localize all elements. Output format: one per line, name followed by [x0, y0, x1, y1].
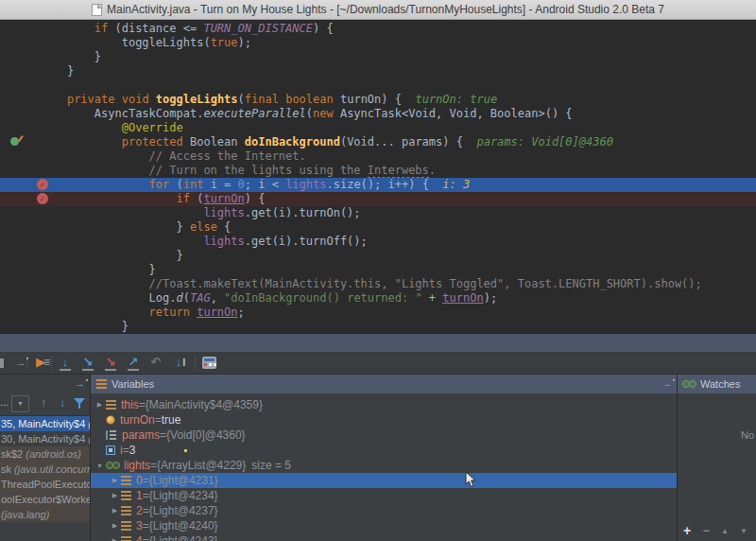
stack-frame-row[interactable]: oolExecutor$Worker [0, 492, 90, 507]
bars-icon [121, 521, 131, 531]
code-line[interactable]: } else { [0, 220, 756, 235]
variable-row[interactable]: params = {Void[0]@4360} [91, 428, 677, 443]
evaluate-expression-button[interactable] [202, 357, 216, 369]
watch-icon [106, 415, 115, 425]
code-line[interactable]: // Access the Internet. [0, 149, 756, 164]
step-over-button[interactable]: ↓ [57, 355, 74, 371]
variable-row[interactable]: ▼lights = {ArrayList@4229}size = 5 [91, 458, 677, 473]
variable-row[interactable]: ▶3 = {Light@4240} [91, 518, 677, 533]
run-to-cursor-button[interactable]: ↓ [172, 355, 189, 371]
variable-name: 2 [136, 504, 143, 517]
tree-expand-arrow-icon[interactable]: ▶ [110, 477, 120, 484]
code-line[interactable]: } [0, 263, 756, 277]
next-frame-button[interactable]: ↓ [55, 395, 70, 410]
overriding-method-icon[interactable] [10, 137, 19, 146]
tree-expand-arrow-icon[interactable]: ▼ [94, 462, 105, 469]
value-changed-marker [184, 449, 187, 452]
variable-size: size = 5 [251, 459, 291, 472]
code-line[interactable]: if (turnOn) {✓ [0, 192, 756, 206]
move-up-button[interactable]: ▲ [715, 527, 734, 535]
code-line[interactable]: lights.get(i).turnOff(); [0, 235, 756, 249]
frames-toolbar: ... ▼ ↑ ↓ [0, 393, 90, 416]
variable-value: {Light@4234} [149, 489, 218, 502]
stack-frame-row[interactable]: (java.lang) [0, 507, 90, 522]
tree-expand-arrow-icon[interactable]: ▶ [110, 507, 120, 515]
tree-expand-arrow-icon[interactable]: ▶ [94, 401, 105, 409]
mouse-cursor [465, 471, 477, 493]
code-line[interactable]: private void toggleLights(final boolean … [0, 93, 756, 107]
thread-dropdown-arrow-icon[interactable]: ▼ [11, 395, 29, 412]
document-icon [92, 4, 102, 16]
pin-icon[interactable]: → [662, 377, 672, 389]
show-execution-point-button[interactable]: ▶ [32, 355, 49, 371]
code-line[interactable]: } [0, 50, 756, 64]
move-down-button[interactable]: ▼ [734, 527, 753, 535]
watches-panel-title: Watches [700, 378, 740, 390]
previous-frame-button[interactable]: ↑ [36, 395, 51, 410]
variable-value: 3 [129, 444, 136, 457]
breakpoint-icon[interactable]: ✓ [37, 179, 48, 190]
code-line[interactable]: // Turn on the lights using the Interweb… [0, 164, 756, 178]
watches-toolbar: +−▲▼ [678, 520, 756, 541]
toolbar-separator [195, 357, 196, 370]
variable-value: {MainActivity$4@4359} [146, 398, 263, 411]
step-into-button[interactable]: ↘ [79, 355, 96, 371]
variable-row[interactable]: ▶4 = {Light@4243} [91, 533, 677, 541]
code-line[interactable]: lights.get(i).turnOn(); [0, 206, 756, 220]
watches-panel: Watches No watches +−▲▼ [677, 375, 756, 541]
stack-frame-row[interactable]: sk$2 (android.os) [0, 446, 90, 462]
bars-icon [121, 536, 131, 541]
variable-row[interactable]: i = 3 [91, 443, 677, 458]
variable-name: params [122, 428, 160, 442]
tree-expand-arrow-icon[interactable]: ▶ [110, 522, 120, 530]
code-line[interactable]: } [0, 320, 756, 334]
stack-frame-row[interactable]: 35, MainActivity$4 (c [0, 416, 90, 431]
variable-value: {Light@4237} [149, 504, 218, 517]
code-line[interactable]: protected Boolean doInBackground(Void...… [0, 135, 756, 149]
stack-frame-row[interactable]: 30, MainActivity$4 (c [0, 431, 90, 446]
code-line[interactable]: if (distance <= TURN_ON_DISTANCE) { [0, 22, 756, 36]
toolbar-separator [51, 357, 52, 370]
show-execution-point-pin-button[interactable]: → [12, 355, 29, 371]
code-line[interactable]: return turnOn; [0, 305, 756, 320]
frames-panel-header: → [0, 375, 90, 393]
variable-value: true [162, 413, 181, 427]
variable-value: {Light@4243} [149, 534, 218, 541]
glasses-icon [106, 461, 119, 470]
force-step-into-button[interactable]: ↘ [102, 355, 119, 371]
stack-frame-row[interactable]: sk (java.util.concurre [0, 462, 90, 477]
stack-frame-row[interactable]: ThreadPoolExecutor [0, 477, 90, 492]
code-line[interactable]: toggleLights(true); [0, 36, 756, 50]
breakpoint-icon[interactable]: ✓ [37, 193, 48, 204]
tree-expand-arrow-icon[interactable]: ▶ [110, 537, 120, 541]
step-out-button[interactable]: ↗ [125, 355, 142, 371]
code-line[interactable]: Log.d(TAG, "doInBackground() returned: "… [0, 291, 756, 305]
variable-row[interactable]: ▶0 = {Light@4231} [91, 473, 677, 488]
code-line[interactable]: } [0, 64, 756, 79]
partial-icon[interactable] [0, 358, 4, 368]
remove-watch-button[interactable]: − [696, 524, 715, 537]
window-title: MainActivity.java - Turn on My House Lig… [107, 3, 664, 16]
variable-name: 1 [136, 489, 143, 502]
code-line[interactable] [0, 79, 756, 93]
filter-frames-icon[interactable] [74, 398, 85, 405]
code-line[interactable]: AsyncTaskCompat.executeParallel(new Asyn… [0, 107, 756, 121]
tree-expand-arrow-icon[interactable]: ▶ [110, 492, 120, 499]
code-line[interactable]: for (int i = 0; i < lights.size(); i++) … [0, 178, 756, 192]
bars-icon [121, 506, 131, 515]
add-watch-button[interactable]: + [678, 523, 696, 538]
variable-row[interactable]: ▶2 = {Light@4237} [91, 503, 677, 518]
variable-row[interactable]: turnOn = true [91, 412, 677, 428]
pin-icon[interactable]: → [75, 377, 85, 389]
code-line[interactable]: @Override [0, 121, 756, 135]
code-line[interactable]: //Toast.makeText(MainActivity.this, "Lig… [0, 277, 756, 291]
thread-dropdown[interactable]: ... [0, 396, 9, 408]
code-line[interactable]: } [0, 249, 756, 263]
drop-frame-button[interactable]: ↶ [147, 355, 164, 371]
variable-name: lights [124, 459, 150, 472]
variable-row[interactable]: ▶1 = {Light@4234} [91, 488, 677, 503]
editor-debug-splitter[interactable] [0, 334, 756, 352]
variables-list: ▶this = {MainActivity$4@4359}turnOn = tr… [91, 393, 677, 541]
variable-row[interactable]: ▶this = {MainActivity$4@4359} [91, 397, 677, 412]
code-editor[interactable]: if (distance <= TURN_ON_DISTANCE) { togg… [0, 20, 756, 334]
